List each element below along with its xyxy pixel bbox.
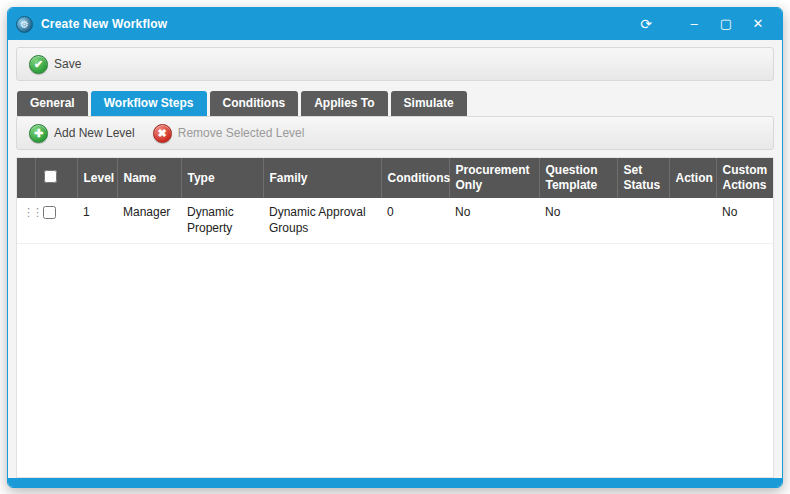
cell-set-status [617, 198, 669, 244]
cell-action [669, 198, 716, 244]
tab-general[interactable]: General [17, 91, 88, 116]
window-bottom-border [8, 478, 782, 487]
col-header-family[interactable]: Family [263, 158, 381, 198]
col-header-custom-actions[interactable]: Custom Actions [716, 158, 773, 198]
save-button[interactable]: ✔ Save [25, 52, 89, 77]
row-checkbox[interactable] [43, 206, 56, 219]
remove-cross-icon: ✖ [153, 124, 172, 143]
tab-simulate[interactable]: Simulate [391, 91, 467, 116]
col-header-action[interactable]: Action [669, 158, 716, 198]
select-all-checkbox[interactable] [44, 170, 57, 183]
col-header-procurement-only[interactable]: Procurement Only [449, 158, 539, 198]
drag-handle-header [17, 158, 35, 198]
workflow-steps-table: Level Name Type Family Conditions Procur… [16, 157, 774, 478]
window-controls: ⟳ – ▢ ✕ [632, 13, 772, 35]
cell-custom-actions: No [716, 198, 773, 244]
col-header-set-status[interactable]: Set Status [617, 158, 669, 198]
row-drag-cell: ⋮⋮ [17, 198, 35, 244]
cell-name: Manager [117, 198, 181, 244]
drag-handle-icon[interactable]: ⋮⋮ [23, 205, 41, 217]
cell-conditions: 0 [381, 198, 449, 244]
window-title: Create New Workflow [41, 17, 632, 31]
minimize-button[interactable]: – [680, 13, 708, 35]
level-toolbar: ✚ Add New Level ✖ Remove Selected Level [16, 116, 774, 150]
maximize-button[interactable]: ▢ [712, 13, 740, 35]
tab-conditions[interactable]: Conditions [210, 91, 299, 116]
cell-type: Dynamic Property [181, 198, 263, 244]
close-button[interactable]: ✕ [744, 13, 772, 35]
refresh-icon[interactable]: ⟳ [632, 13, 660, 35]
tab-workflow-steps[interactable]: Workflow Steps [91, 91, 207, 116]
col-header-type[interactable]: Type [181, 158, 263, 198]
tab-applies-to[interactable]: Applies To [301, 91, 387, 116]
create-new-workflow-dialog: ⚙ Create New Workflow ⟳ – ▢ ✕ ✔ Save Gen… [7, 7, 783, 488]
add-new-level-button[interactable]: ✚ Add New Level [25, 121, 143, 146]
remove-selected-level-button[interactable]: ✖ Remove Selected Level [149, 121, 313, 146]
col-header-level[interactable]: Level [77, 158, 117, 198]
save-check-icon: ✔ [29, 55, 48, 74]
col-header-name[interactable]: Name [117, 158, 181, 198]
col-header-conditions[interactable]: Conditions [381, 158, 449, 198]
cell-family: Dynamic Approval Groups [263, 198, 381, 244]
table-row[interactable]: ⋮⋮ 1 Manager Dynamic Property Dynamic Ap… [17, 198, 773, 244]
add-plus-icon: ✚ [29, 124, 48, 143]
title-bar: ⚙ Create New Workflow ⟳ – ▢ ✕ [8, 8, 782, 40]
save-toolbar: ✔ Save [16, 47, 774, 81]
row-select-cell [35, 198, 77, 244]
select-all-header [35, 158, 77, 198]
col-header-question-template[interactable]: Question Template [539, 158, 617, 198]
add-new-level-label: Add New Level [54, 126, 135, 140]
cell-level: 1 [77, 198, 117, 244]
tab-strip: General Workflow Steps Conditions Applie… [16, 90, 774, 116]
table-header-row: Level Name Type Family Conditions Procur… [17, 158, 773, 198]
app-gear-icon: ⚙ [16, 16, 33, 33]
cell-question-template: No [539, 198, 617, 244]
dialog-content: ✔ Save General Workflow Steps Conditions… [8, 40, 782, 478]
cell-procurement-only: No [449, 198, 539, 244]
remove-selected-level-label: Remove Selected Level [178, 126, 305, 140]
save-label: Save [54, 57, 81, 71]
